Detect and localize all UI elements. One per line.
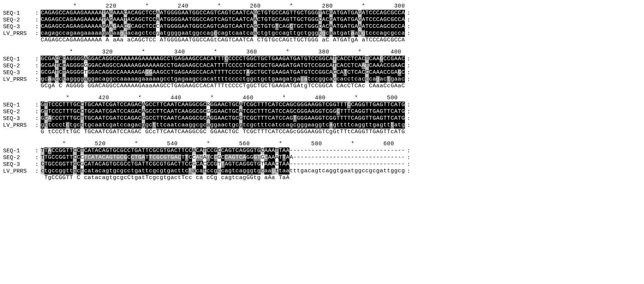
sequence-cells: CAGAGCCAGAAGAAAAATAGAAATACAGCTCCAATGGGGA…: [41, 17, 405, 23]
sequence-cells: GTTCCCTTTGCCTGCAATCGATCCAGACAGCCTTCAATCA…: [41, 102, 405, 108]
sequence-label: SEQ-1: [3, 102, 33, 108]
sequence-row: SEQ-1:GCGACCCAGGGGAGGACAGGCCAAAAAGAAAAAG…: [3, 56, 641, 62]
sequence-cells: GCGACCCAGGGGAGGACAGGCCAAAAAGAAAAAGCCTGAG…: [41, 56, 405, 62]
sequence-cells: cagagccagaagaaaaagaaaagtacagctccgatgggga…: [41, 30, 405, 37]
sequence-label: SEQ-1: [3, 11, 33, 16]
sequence-cells: ctgccggttgctcatacagtgcgcctgattcgcgtgactt…: [41, 168, 405, 175]
sequence-label: LV_PRRS: [3, 31, 33, 36]
sequence-label: SEQ-2: [3, 109, 33, 115]
consensus-row: X:G tCCCTtTGC TGCAATCGATCCAGAC GCcTTCAAT…: [3, 129, 641, 135]
sequence-cells: CTGCCGGTTGCGCATACAGTGCGCCTGATTCGCGTGACTT…: [41, 161, 405, 168]
sequence-row: SEQ-2:GTTCCCTTTGCCTGCAATCGATCCAGACAGCCTT…: [3, 108, 641, 115]
sequence-alignment: X: * 220 * 240 * 260 * 280 * 300:SEQ-1:C…: [3, 3, 641, 181]
sequence-cells: TTACCGGTTCCTCATACAGTGCGCCTGATTCGCGTGACTT…: [41, 147, 405, 154]
sequence-row: SEQ-2:CAGAGCCAGAAGAAAAATAGAAATACAGCTCCAA…: [3, 17, 641, 23]
sequence-cells: GCGATCTAGGGGTGGACAGGCCAAAAAGAGGAAGCCTGAG…: [41, 69, 405, 76]
sequence-label: SEQ-2: [3, 17, 33, 23]
alignment-block: X: * 420 * 440 * 460 * 480 * 500 :SEQ-1:…: [3, 95, 641, 135]
sequence-row: LV_PRRS:cagagccagaagaaaaagaaaagtacagctcc…: [3, 30, 641, 37]
sequence-cells: GCGATCCAGGGGGGGACAGGCCAAAAAGAAAAAGCCTGAG…: [41, 62, 405, 69]
sequence-cells: GCACCCTTTGCTTGCAATCGATCCAGACGGCCTTCAATCA…: [41, 115, 405, 122]
sequence-row: SEQ-1:GTTCCCTTTGCCTGCAATCGATCCAGACAGCCTT…: [3, 102, 641, 108]
alignment-block: X: * 320 * 340 * 360 * 380 * 400 :SEQ-1:…: [3, 49, 641, 90]
sequence-label: SEQ-3: [3, 162, 33, 167]
sequence-row: SEQ-1:TTACCGGTTCCTCATACAGTGCGCCTGATTCGCG…: [3, 147, 641, 154]
sequence-label: SEQ-3: [3, 116, 33, 121]
sequence-cells: GTTCCCTTTGCCTGCAATCGATCCAGACAGCCTTCAATCA…: [41, 108, 405, 115]
consensus-row: X: TgCCGGTT C catacagtgcgcCtgatTcgcgtgac…: [3, 175, 641, 181]
sequence-row: SEQ-3:CAGAGCCAGAAGAAAAAGAAGAACGCAGCTCCCA…: [3, 23, 641, 30]
ruler-row: X: * 320 * 340 * 360 * 380 * 400 :: [3, 49, 641, 56]
alignment-block: X: * 520 * 540 * 560 * 580 * 600 :SEQ-1:…: [3, 141, 641, 181]
sequence-label: SEQ-3: [3, 70, 33, 76]
sequence-cells: CAGAGCCAGAAGAAAAAGAAGAACGCAGCTCCCATGGGGA…: [41, 23, 405, 30]
sequence-label: SEQ-2: [3, 155, 33, 161]
sequence-row: SEQ-3:CTGCCGGTTGCGCATACAGTGCGCCTGATTCGCG…: [3, 161, 641, 168]
sequence-row: LV_PRRS:gctccctctgcttgcaatcgatccagacggct…: [3, 122, 641, 129]
sequence-label: SEQ-1: [3, 56, 33, 62]
sequence-row: SEQ-3:GCGATCTAGGGGTGGACAGGCCAAAAAGAGGAAG…: [3, 69, 641, 76]
sequence-row: SEQ-3:GCACCCTTTGCTTGCAATCGATCCAGACGGCCTT…: [3, 115, 641, 122]
sequence-label: LV_PRRS: [3, 77, 33, 82]
ruler-row: X: * 220 * 240 * 260 * 280 * 300:: [3, 3, 641, 10]
ruler-row: X: * 420 * 440 * 460 * 480 * 500 :: [3, 95, 641, 102]
sequence-row: SEQ-2:GCGATCCAGGGGGGGACAGGCCAAAAAGAAAAAG…: [3, 62, 641, 69]
sequence-row: LV_PRRS:gcaacctaggggaggacaggccaaaaagaaaa…: [3, 76, 641, 83]
sequence-row: LV_PRRS:ctgccggttgctcatacagtgcgcctgattcg…: [3, 168, 641, 175]
sequence-label: SEQ-3: [3, 24, 33, 30]
sequence-cells: gcaacctaggggaggacaggccaaaaagaaaaagcctgag…: [41, 76, 405, 83]
sequence-cells: gctccctctgcttgcaatcgatccagacggctttcaatca…: [41, 122, 405, 129]
sequence-label: LV_PRRS: [3, 123, 33, 128]
alignment-block: X: * 220 * 240 * 260 * 280 * 300:SEQ-1:C…: [3, 3, 641, 44]
ruler-row: X: * 520 * 540 * 560 * 580 * 600 :: [3, 141, 641, 147]
sequence-label: LV_PRRS: [3, 169, 33, 174]
sequence-row: SEQ-1:CAGAGCCAGAAGAAAAATAGAAACACAGCTCCAA…: [3, 10, 641, 17]
sequence-label: SEQ-2: [3, 63, 33, 69]
consensus-row: X:CAGAGCCAGAAGAAAAA A aAa aCAGCTCC ATGGG…: [3, 37, 641, 44]
sequence-label: SEQ-1: [3, 148, 33, 154]
sequence-cells: CAGAGCCAGAAGAAAAATAGAAACACAGCTCCAATGGGGA…: [41, 10, 405, 17]
sequence-cells: TTGCCGGTTCCCTCATACAGTGCGCCTGATTCGCGTGACT…: [41, 154, 405, 161]
sequence-row: SEQ-2:TTGCCGGTTCCCTCATACAGTGCGCCTGATTCGC…: [3, 154, 641, 161]
consensus-row: X:GCgA C AGGGG GGACAGGCCAAAAAGAaaAAGCCTG…: [3, 83, 641, 90]
